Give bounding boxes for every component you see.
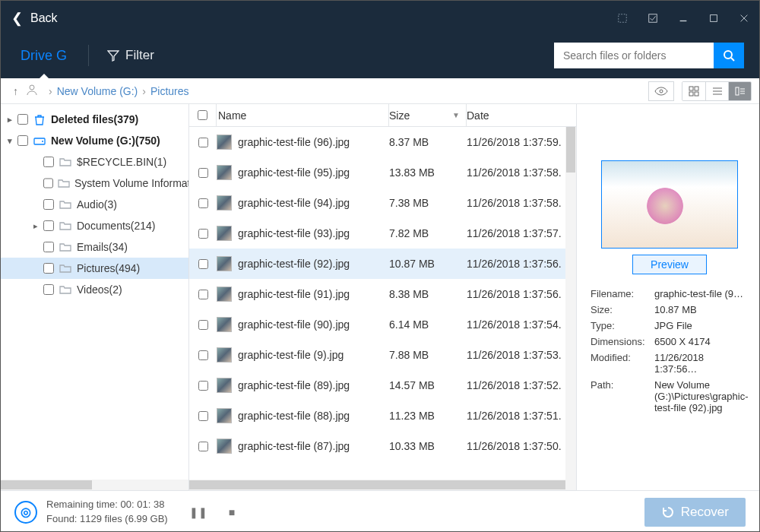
back-button[interactable]: ❮ Back xyxy=(1,1,68,36)
expander-icon[interactable]: ▸ xyxy=(30,221,42,231)
tree-checkbox[interactable] xyxy=(43,284,54,295)
tree-checkbox[interactable] xyxy=(43,263,54,274)
checkbox-icon[interactable] xyxy=(638,1,668,36)
col-size[interactable]: Size▼ xyxy=(389,104,467,126)
tree-item[interactable]: Emails(34) xyxy=(1,236,188,258)
tree-item[interactable]: ▸Documents(214) xyxy=(1,215,188,236)
view-detail-button[interactable] xyxy=(728,82,751,100)
search-input[interactable] xyxy=(554,43,714,68)
pause-button[interactable]: ❚❚ xyxy=(189,506,207,518)
restore-icon xyxy=(661,505,675,519)
tree-deleted-files[interactable]: ▸ Deleted files(379) xyxy=(1,109,188,130)
tree-label: Documents(214) xyxy=(77,220,156,232)
tree-checkbox[interactable] xyxy=(43,242,54,252)
tree-volume[interactable]: ▾ New Volume (G:)(750) xyxy=(1,130,188,151)
scrollbar-thumb[interactable] xyxy=(1,480,92,489)
close-button[interactable] xyxy=(729,1,759,36)
folder-icon xyxy=(59,240,72,254)
table-row[interactable]: graphic-test-file (94).jpg7.38 MB11/26/2… xyxy=(189,188,576,218)
minimize-button[interactable] xyxy=(668,1,698,36)
breadcrumb-seg[interactable]: Pictures xyxy=(150,85,189,97)
tree-item[interactable]: Pictures(494) xyxy=(1,258,188,279)
row-checkbox[interactable] xyxy=(198,320,208,330)
tree-checkbox[interactable] xyxy=(43,199,54,210)
expander-icon[interactable]: ▾ xyxy=(4,136,16,146)
col-date[interactable]: Date xyxy=(467,104,576,126)
row-checkbox[interactable] xyxy=(198,138,208,147)
table-row[interactable]: graphic-test-file (95).jpg13.83 MB11/26/… xyxy=(189,157,576,188)
scrollbar-thumb[interactable] xyxy=(189,480,565,489)
tab-drive[interactable]: Drive G xyxy=(17,43,70,68)
breadcrumb-seg[interactable]: New Volume (G:) xyxy=(57,85,138,97)
filter-button[interactable]: Filter xyxy=(107,48,154,63)
table-row[interactable]: graphic-test-file (92).jpg10.87 MB11/26/… xyxy=(189,249,576,279)
scrollbar-thumb[interactable] xyxy=(566,127,575,173)
file-size: 7.88 MB xyxy=(389,349,467,361)
tree-checkbox[interactable] xyxy=(43,220,54,231)
table-row[interactable]: graphic-test-file (90).jpg6.14 MB11/26/2… xyxy=(189,309,576,340)
folder-tree: ▸ Deleted files(379) ▾ New Volume (G:)(7… xyxy=(1,104,189,490)
tree-item[interactable]: $RECYCLE.BIN(1) xyxy=(1,151,188,173)
row-checkbox[interactable] xyxy=(198,259,208,269)
preview-panel: Preview Filename:graphic-test-file (9… S… xyxy=(577,104,759,490)
preview-image xyxy=(601,160,738,249)
meta-key: Filename: xyxy=(591,288,654,299)
tree-item[interactable]: Videos(2) xyxy=(1,279,188,300)
table-row[interactable]: graphic-test-file (93).jpg7.82 MB11/26/2… xyxy=(189,218,576,249)
table-row[interactable]: graphic-test-file (87).jpg10.33 MB11/26/… xyxy=(189,431,576,461)
tree-label: New Volume (G:)(750) xyxy=(51,135,160,147)
table-row[interactable]: graphic-test-file (9).jpg7.88 MB11/26/20… xyxy=(189,340,576,370)
tree-checkbox[interactable] xyxy=(43,178,53,188)
list-vscrollbar[interactable] xyxy=(565,127,576,490)
separator-icon: › xyxy=(142,85,146,97)
row-checkbox[interactable] xyxy=(198,229,208,239)
sort-dropdown-icon[interactable]: ▼ xyxy=(452,111,460,119)
row-checkbox[interactable] xyxy=(198,198,208,208)
row-checkbox[interactable] xyxy=(198,411,208,421)
row-checkbox[interactable] xyxy=(198,168,208,178)
tree-item[interactable]: Audio(3) xyxy=(1,194,188,215)
view-mode-group xyxy=(682,81,752,101)
pin-icon[interactable] xyxy=(607,1,638,36)
search-button[interactable] xyxy=(714,43,744,68)
row-checkbox[interactable] xyxy=(198,442,208,451)
tree-hscrollbar[interactable] xyxy=(1,480,188,490)
select-all-checkbox[interactable] xyxy=(198,110,207,120)
table-row[interactable]: graphic-test-file (89).jpg14.57 MB11/26/… xyxy=(189,370,576,401)
file-thumbnail xyxy=(217,317,232,332)
row-checkbox[interactable] xyxy=(198,290,208,299)
svg-point-22 xyxy=(42,141,43,142)
preview-button[interactable]: Preview xyxy=(632,255,707,274)
list-hscrollbar[interactable] xyxy=(189,480,565,490)
expander-icon[interactable]: ▸ xyxy=(4,115,16,125)
file-name: graphic-test-file (93).jpg xyxy=(238,227,350,239)
up-button[interactable]: ↑ xyxy=(13,85,18,97)
file-size: 14.57 MB xyxy=(389,379,467,391)
col-name[interactable]: Name xyxy=(217,104,389,126)
recover-button[interactable]: Recover xyxy=(644,498,746,527)
back-label: Back xyxy=(30,11,58,25)
file-size: 8.38 MB xyxy=(389,288,467,300)
file-metadata: Filename:graphic-test-file (9… Size:10.8… xyxy=(591,288,749,413)
svg-rect-13 xyxy=(695,92,698,96)
preview-toggle[interactable] xyxy=(648,81,674,101)
tree-checkbox[interactable] xyxy=(17,114,28,125)
row-checkbox[interactable] xyxy=(198,350,208,360)
found-count: Found: 1129 files (6.99 GB) xyxy=(46,512,168,526)
maximize-button[interactable] xyxy=(698,1,729,36)
view-list-button[interactable] xyxy=(705,82,728,100)
file-size: 11.23 MB xyxy=(389,410,467,422)
meta-value: graphic-test-file (9… xyxy=(654,288,749,299)
table-row[interactable]: graphic-test-file (96).jpg8.37 MB11/26/2… xyxy=(189,127,576,157)
tree-label: Pictures(494) xyxy=(77,262,140,274)
detail-icon xyxy=(735,86,746,97)
tree-checkbox[interactable] xyxy=(17,135,28,146)
tree-item[interactable]: System Volume Information xyxy=(1,173,188,194)
tree-checkbox[interactable] xyxy=(43,157,54,167)
folder-icon xyxy=(58,176,70,190)
stop-button[interactable]: ■ xyxy=(229,506,235,518)
table-row[interactable]: graphic-test-file (88).jpg11.23 MB11/26/… xyxy=(189,401,576,431)
row-checkbox[interactable] xyxy=(198,381,208,391)
view-grid-button[interactable] xyxy=(682,82,705,100)
table-row[interactable]: graphic-test-file (91).jpg8.38 MB11/26/2… xyxy=(189,279,576,309)
